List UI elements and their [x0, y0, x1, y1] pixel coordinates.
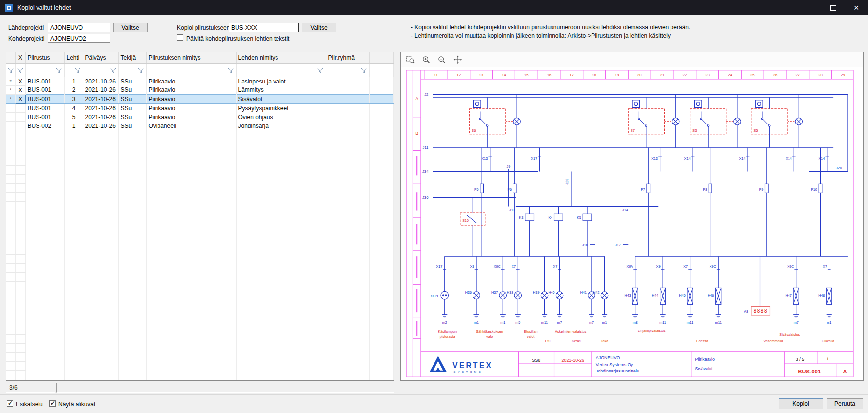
- cell-tekija: SSu: [118, 104, 146, 113]
- empty-row: [6, 148, 394, 157]
- cell-paivays: 2021-10-26: [83, 113, 118, 122]
- filter-icon[interactable]: [317, 67, 324, 74]
- target-project-input[interactable]: [48, 34, 110, 43]
- cell-paivays: 2021-10-26: [83, 122, 118, 130]
- column-header-lehden-nimitys[interactable]: Lehden nimitys: [236, 52, 326, 64]
- cell-piirustus: BUS-001: [25, 95, 64, 104]
- column-header-piir-ryhma[interactable]: Piir.ryhmä: [326, 52, 369, 64]
- cell-lehti: 1: [64, 122, 83, 130]
- svg-text:F6: F6: [508, 187, 512, 192]
- zoom-out-icon[interactable]: [437, 55, 446, 64]
- preview-checkbox[interactable]: [7, 400, 13, 407]
- svg-text:Sähkökeskuksen: Sähkökeskuksen: [476, 330, 503, 334]
- svg-text:m7: m7: [589, 320, 594, 325]
- row-x-cell[interactable]: X: [15, 77, 25, 86]
- source-project-select-button[interactable]: Valitse: [113, 23, 148, 32]
- show-subpictures-checkbox[interactable]: [49, 400, 56, 407]
- svg-text:Sisävalaistus: Sisävalaistus: [779, 332, 800, 337]
- empty-row: [6, 246, 394, 255]
- table-row[interactable]: BUS-002 1 2021-10-26 SSu Ovipaneeli Johd…: [6, 122, 394, 130]
- copy-button[interactable]: Kopioi: [779, 398, 823, 409]
- svg-text:23: 23: [705, 73, 710, 77]
- schematic-preview[interactable]: 11121314151617181920212223242526272829AB…: [401, 67, 863, 380]
- maximize-button[interactable]: [822, 0, 845, 15]
- cancel-button[interactable]: Peruuta: [827, 398, 863, 409]
- svg-text:H38: H38: [507, 290, 513, 295]
- cell-piirustuksen-nimitys: Piirikaavio: [146, 77, 236, 86]
- update-texts-checkbox[interactable]: [177, 34, 183, 41]
- table-row[interactable]: BUS-001 5 2021-10-26 SSu Piirikaavio Ovi…: [6, 113, 394, 122]
- svg-text:25: 25: [750, 73, 755, 77]
- svg-text:XKPL: XKPL: [430, 294, 439, 298]
- column-header-marker[interactable]: [6, 52, 15, 64]
- svg-text:X9A: X9A: [627, 264, 633, 269]
- filter-icon[interactable]: [227, 67, 234, 74]
- row-marker: *: [6, 77, 15, 86]
- source-project-input[interactable]: [48, 23, 110, 32]
- svg-text:m5: m5: [515, 320, 520, 325]
- svg-text:J14: J14: [622, 208, 628, 212]
- footer: Esikatselu Näytä alikuvat Kopioi Peruuta: [0, 394, 868, 413]
- copy-to-drawing-input[interactable]: [229, 23, 299, 32]
- svg-text:SSu: SSu: [532, 358, 541, 363]
- filter-icon[interactable]: [17, 67, 24, 74]
- filter-icon[interactable]: [55, 67, 62, 74]
- table-row[interactable]: * X BUS-001 1 2021-10-26 SSu Piirikaavio…: [6, 77, 394, 86]
- svg-text:X14: X14: [739, 156, 746, 160]
- cell-tekija: SSu: [118, 86, 146, 95]
- svg-text:VERTEX: VERTEX: [452, 361, 493, 370]
- svg-text:K5: K5: [577, 215, 581, 220]
- svg-text:Piirikaavio: Piirikaavio: [695, 357, 715, 362]
- svg-text:Vasemmalla: Vasemmalla: [764, 339, 784, 343]
- svg-text:17: 17: [569, 73, 574, 77]
- svg-text:S7: S7: [631, 128, 635, 133]
- column-header-piirustus[interactable]: Piirustus: [25, 52, 64, 64]
- copy-sheets-dialog: Kopioi valitut lehdet ✕ Lähdeprojekti Va…: [0, 0, 868, 413]
- svg-text:X9: X9: [656, 264, 661, 269]
- filter-icon[interactable]: [74, 67, 81, 74]
- cell-lehden-nimitys: Ovien ohjaus: [236, 113, 326, 122]
- cell-piir-ryhma: [326, 122, 369, 130]
- empty-row: [6, 255, 394, 264]
- empty-row: [6, 335, 394, 344]
- svg-text:Askelmien valaistus: Askelmien valaistus: [555, 330, 587, 334]
- form-area: Lähdeprojekti Valitse Kohdeprojekti Kopi…: [0, 15, 868, 52]
- pan-icon[interactable]: [453, 55, 462, 64]
- zoom-in-icon[interactable]: [422, 55, 431, 64]
- cell-piir-ryhma: [326, 95, 369, 104]
- filter-icon[interactable]: [137, 67, 144, 74]
- copy-to-select-button[interactable]: Valitse: [302, 23, 336, 32]
- row-x-cell-focused[interactable]: X: [15, 95, 25, 104]
- column-header-paivays[interactable]: Päiväys: [83, 52, 118, 64]
- empty-row: [6, 282, 394, 290]
- svg-text:J9: J9: [507, 164, 511, 168]
- row-marker: *: [6, 86, 15, 95]
- row-x-cell[interactable]: [15, 113, 25, 122]
- column-header-tekija[interactable]: Tekijä: [118, 52, 146, 64]
- empty-row: [6, 237, 394, 246]
- row-x-cell[interactable]: [15, 122, 25, 130]
- cell-lehti: 3: [64, 95, 83, 104]
- table-header-row: X Piirustus Lehti Päiväys Tekijä Piirust…: [6, 52, 394, 64]
- column-header-x[interactable]: X: [15, 52, 25, 64]
- filter-icon[interactable]: [360, 67, 367, 74]
- svg-text:A8: A8: [744, 309, 748, 314]
- column-header-piirustuksen-nimitys[interactable]: Piirustuksen nimitys: [146, 52, 236, 64]
- empty-row: [6, 130, 394, 139]
- svg-text:m2: m2: [442, 320, 447, 325]
- row-x-cell[interactable]: [15, 104, 25, 113]
- filter-icon[interactable]: [7, 67, 14, 74]
- svg-text:A: A: [415, 96, 418, 101]
- column-header-lehti[interactable]: Lehti: [64, 52, 83, 64]
- svg-text:F10: F10: [811, 187, 817, 192]
- table-row[interactable]: BUS-001 4 2021-10-26 SSu Piirikaavio Pys…: [6, 104, 394, 113]
- table-row-selected[interactable]: * X BUS-001 3 2021-10-26 SSu Piirikaavio…: [6, 95, 394, 104]
- row-x-cell[interactable]: X: [15, 86, 25, 95]
- close-button[interactable]: ✕: [845, 0, 868, 15]
- svg-text:valo: valo: [486, 334, 493, 339]
- filter-icon[interactable]: [110, 67, 117, 74]
- zoom-window-icon[interactable]: [406, 55, 415, 64]
- cell-tekija: SSu: [118, 122, 146, 130]
- table-row[interactable]: * X BUS-001 2 2021-10-26 SSu Piirikaavio…: [6, 86, 394, 95]
- svg-text:H44: H44: [652, 293, 658, 297]
